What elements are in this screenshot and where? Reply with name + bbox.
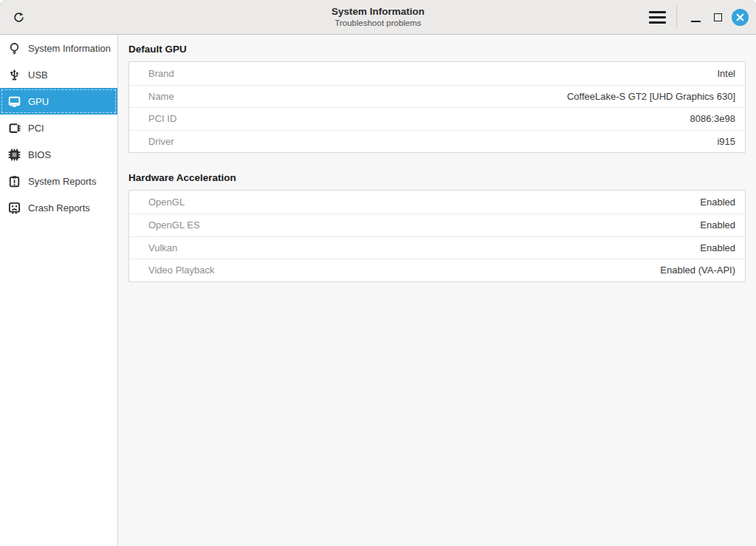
sidebar-item-system-information[interactable]: System Information — [0, 35, 117, 61]
refresh-icon — [13, 11, 25, 24]
maximize-button[interactable] — [707, 6, 729, 28]
table-row: OpenGL ESEnabled — [129, 214, 745, 236]
info-table: OpenGLEnabledOpenGL ESEnabledVulkanEnabl… — [128, 190, 746, 281]
table-row: VulkanEnabled — [129, 236, 745, 259]
hamburger-menu-button[interactable] — [644, 6, 670, 28]
section-title: Hardware Acceleration — [128, 172, 746, 183]
row-value: CoffeeLake-S GT2 [UHD Graphics 630] — [567, 91, 735, 102]
row-value: Intel — [717, 68, 735, 79]
row-value: Enabled (VA-API) — [660, 265, 735, 276]
row-label: OpenGL — [148, 197, 185, 208]
sidebar: System InformationUSBGPUPCIBIOSSystem Re… — [0, 35, 118, 546]
table-row: PCI ID8086:3e98 — [129, 107, 745, 130]
sidebar-item-gpu[interactable]: GPU — [0, 88, 117, 115]
row-label: OpenGL ES — [148, 219, 200, 231]
minimize-icon — [691, 21, 701, 22]
sidebar-item-label: Crash Reports — [28, 202, 90, 214]
titlebar: System Information Troubleshoot problems — [0, 0, 756, 35]
row-label: Vulkan — [148, 242, 177, 253]
sidebar-item-crash-reports[interactable]: Crash Reports — [0, 194, 117, 221]
table-row: BrandIntel — [129, 62, 745, 85]
row-label: Driver — [148, 136, 174, 147]
clipboard-alert-icon — [8, 175, 21, 188]
row-label: PCI ID — [148, 113, 176, 124]
table-row: OpenGLEnabled — [129, 191, 745, 214]
row-value: 8086:3e98 — [690, 113, 735, 124]
window-body: System InformationUSBGPUPCIBIOSSystem Re… — [0, 35, 756, 546]
maximize-icon — [714, 13, 722, 21]
monitor-icon — [8, 95, 21, 108]
sidebar-item-label: System Reports — [28, 176, 96, 187]
close-icon — [736, 13, 744, 21]
row-label: Brand — [148, 68, 174, 79]
table-row: NameCoffeeLake-S GT2 [UHD Graphics 630] — [129, 85, 745, 108]
hamburger-menu-icon — [649, 11, 666, 13]
window-title: System Information — [331, 6, 425, 18]
chip-icon — [8, 149, 21, 161]
row-value: Enabled — [700, 197, 735, 208]
close-button[interactable] — [732, 9, 749, 26]
table-row: Driveri915 — [129, 130, 745, 153]
sidebar-item-label: USB — [28, 69, 48, 81]
info-table: BrandIntelNameCoffeeLake-S GT2 [UHD Grap… — [128, 61, 746, 153]
sidebar-item-pci[interactable]: PCI — [0, 115, 117, 141]
usb-icon — [8, 69, 21, 81]
titlebar-titles: System Information Troubleshoot problems — [0, 0, 756, 34]
row-value: i915 — [717, 136, 735, 147]
section-title: Default GPU — [128, 44, 746, 55]
sidebar-item-label: GPU — [28, 96, 49, 107]
refresh-button[interactable] — [6, 4, 31, 30]
sidebar-item-usb[interactable]: USB — [0, 61, 117, 88]
row-label: Video Playback — [148, 265, 214, 276]
window-subtitle: Troubleshoot problems — [334, 18, 421, 28]
sidebar-item-label: PCI — [28, 123, 44, 134]
row-value: Enabled — [700, 242, 735, 253]
row-value: Enabled — [700, 219, 735, 231]
app-window: System Information Troubleshoot problems — [0, 0, 756, 546]
sidebar-item-label: BIOS — [28, 149, 51, 160]
main-content: Default GPUBrandIntelNameCoffeeLake-S GT… — [118, 35, 756, 546]
table-row: Video PlaybackEnabled (VA-API) — [129, 259, 745, 281]
pci-card-icon — [8, 122, 21, 134]
row-label: Name — [148, 91, 174, 102]
titlebar-separator — [676, 5, 677, 29]
minimize-button[interactable] — [684, 6, 707, 28]
bulb-icon — [8, 42, 21, 55]
sidebar-item-label: System Information — [28, 43, 111, 54]
sidebar-item-system-reports[interactable]: System Reports — [0, 168, 117, 194]
crash-screen-icon — [8, 202, 21, 214]
window-controls — [644, 0, 756, 34]
sidebar-item-bios[interactable]: BIOS — [0, 141, 117, 168]
